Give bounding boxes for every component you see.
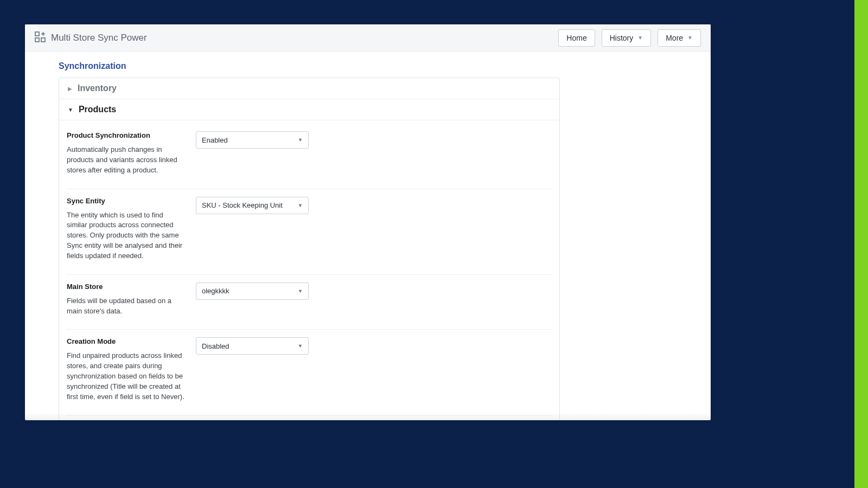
app-title: Multi Store Sync Power	[51, 33, 147, 43]
setting-title: Main Store	[67, 282, 185, 291]
content: Synchronization ▶ Inventory ▼ Products	[25, 52, 711, 420]
select-value: olegkkkk	[202, 287, 229, 295]
section-products-header[interactable]: ▼ Products	[59, 99, 559, 120]
select-value: Disabled	[202, 342, 229, 350]
chevron-down-icon: ▼	[68, 107, 73, 113]
app-window: Multi Store Sync Power Home History ▼ Mo…	[25, 24, 711, 420]
history-button-label: History	[610, 34, 634, 42]
setting-product-sync: Product Synchronization Automatically pu…	[66, 124, 553, 189]
home-button-label: Home	[566, 34, 586, 42]
setting-title: Creation Mode	[67, 337, 185, 345]
setting-desc: Automatically push changes in products a…	[67, 145, 185, 176]
chevron-down-icon: ▼	[298, 137, 303, 143]
section-inventory-header[interactable]: ▶ Inventory	[59, 78, 559, 99]
brand: Multi Store Sync Power	[35, 31, 147, 44]
setting-desc: The entity which is used to find similar…	[67, 210, 185, 261]
select-value: SKU - Stock Keeping Unit	[202, 201, 283, 209]
setting-title: Sync Entity	[67, 197, 185, 205]
setting-creation-mode: Creation Mode Find unpaired products acr…	[66, 330, 553, 415]
settings-panel: ▶ Inventory ▼ Products Product Synchroni…	[59, 78, 560, 420]
creation-mode-select[interactable]: Disabled ▼	[196, 337, 309, 355]
product-sync-select[interactable]: Enabled ▼	[196, 131, 309, 149]
page-title: Synchronization	[59, 61, 551, 71]
topbar-actions: Home History ▼ More ▼	[558, 29, 701, 47]
setting-desc: Find unpaired products across linked sto…	[67, 351, 185, 402]
setting-main-store: Main Store Fields will be updated based …	[66, 275, 553, 330]
svg-rect-1	[35, 38, 39, 42]
chevron-down-icon: ▼	[298, 343, 303, 349]
sync-entity-select[interactable]: SKU - Stock Keeping Unit ▼	[196, 197, 309, 214]
history-button[interactable]: History ▼	[602, 29, 651, 47]
chevron-down-icon: ▼	[687, 35, 693, 41]
section-inventory-label: Inventory	[78, 84, 117, 93]
topbar: Multi Store Sync Power Home History ▼ Mo…	[25, 24, 711, 52]
chevron-down-icon: ▼	[298, 288, 303, 294]
chevron-down-icon: ▼	[298, 203, 303, 208]
chevron-down-icon: ▼	[637, 35, 643, 41]
apps-grid-icon	[35, 31, 46, 44]
main-store-select[interactable]: olegkkkk ▼	[196, 282, 309, 300]
section-products-body: Product Synchronization Automatically pu…	[59, 120, 559, 420]
chevron-right-icon: ▶	[68, 86, 72, 92]
home-button[interactable]: Home	[558, 29, 595, 47]
setting-title: Product Synchronization	[67, 131, 185, 139]
svg-rect-0	[35, 32, 39, 36]
setting-desc: Fields will be updated based on a main s…	[67, 296, 185, 317]
decorative-stripe	[854, 0, 868, 488]
select-value: Enabled	[202, 136, 228, 144]
setting-sync-entity: Sync Entity The entity which is used to …	[66, 189, 553, 275]
section-products-label: Products	[79, 105, 116, 114]
svg-rect-2	[41, 38, 45, 42]
more-button[interactable]: More ▼	[658, 29, 701, 47]
more-button-label: More	[666, 34, 683, 42]
fields-sync-heading: Fields to be synchronized	[66, 416, 553, 420]
